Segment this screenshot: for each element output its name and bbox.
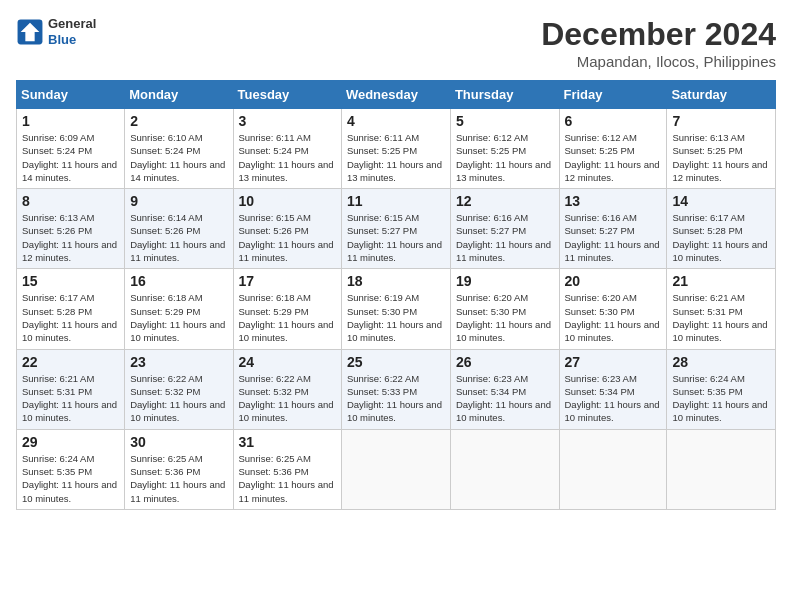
day-number: 4 bbox=[347, 113, 445, 129]
day-info: Sunrise: 6:14 AMSunset: 5:26 PMDaylight:… bbox=[130, 211, 227, 264]
calendar-cell: 19Sunrise: 6:20 AMSunset: 5:30 PMDayligh… bbox=[450, 269, 559, 349]
day-number: 3 bbox=[239, 113, 336, 129]
day-number: 30 bbox=[130, 434, 227, 450]
day-number: 6 bbox=[565, 113, 662, 129]
calendar-cell: 25Sunrise: 6:22 AMSunset: 5:33 PMDayligh… bbox=[341, 349, 450, 429]
calendar-cell: 7Sunrise: 6:13 AMSunset: 5:25 PMDaylight… bbox=[667, 109, 776, 189]
day-number: 21 bbox=[672, 273, 770, 289]
day-info: Sunrise: 6:15 AMSunset: 5:26 PMDaylight:… bbox=[239, 211, 336, 264]
calendar-cell: 20Sunrise: 6:20 AMSunset: 5:30 PMDayligh… bbox=[559, 269, 667, 349]
day-number: 24 bbox=[239, 354, 336, 370]
day-number: 28 bbox=[672, 354, 770, 370]
day-number: 31 bbox=[239, 434, 336, 450]
day-number: 27 bbox=[565, 354, 662, 370]
day-number: 12 bbox=[456, 193, 554, 209]
weekday-header-thursday: Thursday bbox=[450, 81, 559, 109]
day-number: 10 bbox=[239, 193, 336, 209]
calendar-cell: 11Sunrise: 6:15 AMSunset: 5:27 PMDayligh… bbox=[341, 189, 450, 269]
day-number: 29 bbox=[22, 434, 119, 450]
day-info: Sunrise: 6:25 AMSunset: 5:36 PMDaylight:… bbox=[130, 452, 227, 505]
day-number: 23 bbox=[130, 354, 227, 370]
day-info: Sunrise: 6:17 AMSunset: 5:28 PMDaylight:… bbox=[22, 291, 119, 344]
day-info: Sunrise: 6:20 AMSunset: 5:30 PMDaylight:… bbox=[456, 291, 554, 344]
calendar-cell: 1Sunrise: 6:09 AMSunset: 5:24 PMDaylight… bbox=[17, 109, 125, 189]
calendar-cell: 3Sunrise: 6:11 AMSunset: 5:24 PMDaylight… bbox=[233, 109, 341, 189]
day-number: 25 bbox=[347, 354, 445, 370]
day-info: Sunrise: 6:25 AMSunset: 5:36 PMDaylight:… bbox=[239, 452, 336, 505]
calendar-cell: 13Sunrise: 6:16 AMSunset: 5:27 PMDayligh… bbox=[559, 189, 667, 269]
day-number: 13 bbox=[565, 193, 662, 209]
day-info: Sunrise: 6:18 AMSunset: 5:29 PMDaylight:… bbox=[130, 291, 227, 344]
logo-line2: Blue bbox=[48, 32, 96, 48]
calendar-cell: 27Sunrise: 6:23 AMSunset: 5:34 PMDayligh… bbox=[559, 349, 667, 429]
calendar-cell: 21Sunrise: 6:21 AMSunset: 5:31 PMDayligh… bbox=[667, 269, 776, 349]
calendar-cell bbox=[450, 429, 559, 509]
day-number: 14 bbox=[672, 193, 770, 209]
day-info: Sunrise: 6:22 AMSunset: 5:33 PMDaylight:… bbox=[347, 372, 445, 425]
month-year-title: December 2024 bbox=[541, 16, 776, 53]
day-info: Sunrise: 6:11 AMSunset: 5:25 PMDaylight:… bbox=[347, 131, 445, 184]
calendar-cell: 28Sunrise: 6:24 AMSunset: 5:35 PMDayligh… bbox=[667, 349, 776, 429]
day-number: 22 bbox=[22, 354, 119, 370]
calendar-cell: 10Sunrise: 6:15 AMSunset: 5:26 PMDayligh… bbox=[233, 189, 341, 269]
weekday-header-friday: Friday bbox=[559, 81, 667, 109]
day-info: Sunrise: 6:22 AMSunset: 5:32 PMDaylight:… bbox=[239, 372, 336, 425]
calendar-cell: 31Sunrise: 6:25 AMSunset: 5:36 PMDayligh… bbox=[233, 429, 341, 509]
weekday-header-saturday: Saturday bbox=[667, 81, 776, 109]
page-header: General Blue December 2024 Mapandan, Ilo… bbox=[16, 16, 776, 70]
calendar-cell: 15Sunrise: 6:17 AMSunset: 5:28 PMDayligh… bbox=[17, 269, 125, 349]
calendar-cell: 26Sunrise: 6:23 AMSunset: 5:34 PMDayligh… bbox=[450, 349, 559, 429]
logo-icon bbox=[16, 18, 44, 46]
day-info: Sunrise: 6:09 AMSunset: 5:24 PMDaylight:… bbox=[22, 131, 119, 184]
location-title: Mapandan, Ilocos, Philippines bbox=[541, 53, 776, 70]
calendar-cell: 30Sunrise: 6:25 AMSunset: 5:36 PMDayligh… bbox=[125, 429, 233, 509]
calendar-cell: 17Sunrise: 6:18 AMSunset: 5:29 PMDayligh… bbox=[233, 269, 341, 349]
calendar-cell: 12Sunrise: 6:16 AMSunset: 5:27 PMDayligh… bbox=[450, 189, 559, 269]
weekday-header-tuesday: Tuesday bbox=[233, 81, 341, 109]
calendar-cell: 16Sunrise: 6:18 AMSunset: 5:29 PMDayligh… bbox=[125, 269, 233, 349]
day-info: Sunrise: 6:12 AMSunset: 5:25 PMDaylight:… bbox=[456, 131, 554, 184]
calendar-cell: 2Sunrise: 6:10 AMSunset: 5:24 PMDaylight… bbox=[125, 109, 233, 189]
title-section: December 2024 Mapandan, Ilocos, Philippi… bbox=[541, 16, 776, 70]
calendar-cell bbox=[559, 429, 667, 509]
weekday-header-sunday: Sunday bbox=[17, 81, 125, 109]
calendar-cell: 5Sunrise: 6:12 AMSunset: 5:25 PMDaylight… bbox=[450, 109, 559, 189]
calendar-cell bbox=[341, 429, 450, 509]
week-row-3: 15Sunrise: 6:17 AMSunset: 5:28 PMDayligh… bbox=[17, 269, 776, 349]
day-info: Sunrise: 6:23 AMSunset: 5:34 PMDaylight:… bbox=[456, 372, 554, 425]
logo: General Blue bbox=[16, 16, 96, 47]
day-info: Sunrise: 6:16 AMSunset: 5:27 PMDaylight:… bbox=[456, 211, 554, 264]
day-info: Sunrise: 6:23 AMSunset: 5:34 PMDaylight:… bbox=[565, 372, 662, 425]
calendar-cell: 29Sunrise: 6:24 AMSunset: 5:35 PMDayligh… bbox=[17, 429, 125, 509]
calendar-table: SundayMondayTuesdayWednesdayThursdayFrid… bbox=[16, 80, 776, 510]
week-row-4: 22Sunrise: 6:21 AMSunset: 5:31 PMDayligh… bbox=[17, 349, 776, 429]
calendar-cell: 22Sunrise: 6:21 AMSunset: 5:31 PMDayligh… bbox=[17, 349, 125, 429]
day-number: 17 bbox=[239, 273, 336, 289]
day-info: Sunrise: 6:12 AMSunset: 5:25 PMDaylight:… bbox=[565, 131, 662, 184]
day-info: Sunrise: 6:16 AMSunset: 5:27 PMDaylight:… bbox=[565, 211, 662, 264]
day-info: Sunrise: 6:15 AMSunset: 5:27 PMDaylight:… bbox=[347, 211, 445, 264]
calendar-cell: 4Sunrise: 6:11 AMSunset: 5:25 PMDaylight… bbox=[341, 109, 450, 189]
day-info: Sunrise: 6:10 AMSunset: 5:24 PMDaylight:… bbox=[130, 131, 227, 184]
day-number: 5 bbox=[456, 113, 554, 129]
day-info: Sunrise: 6:18 AMSunset: 5:29 PMDaylight:… bbox=[239, 291, 336, 344]
calendar-cell: 6Sunrise: 6:12 AMSunset: 5:25 PMDaylight… bbox=[559, 109, 667, 189]
day-number: 20 bbox=[565, 273, 662, 289]
day-number: 16 bbox=[130, 273, 227, 289]
day-number: 9 bbox=[130, 193, 227, 209]
calendar-cell: 14Sunrise: 6:17 AMSunset: 5:28 PMDayligh… bbox=[667, 189, 776, 269]
week-row-1: 1Sunrise: 6:09 AMSunset: 5:24 PMDaylight… bbox=[17, 109, 776, 189]
day-info: Sunrise: 6:20 AMSunset: 5:30 PMDaylight:… bbox=[565, 291, 662, 344]
day-number: 2 bbox=[130, 113, 227, 129]
day-info: Sunrise: 6:17 AMSunset: 5:28 PMDaylight:… bbox=[672, 211, 770, 264]
calendar-cell bbox=[667, 429, 776, 509]
day-info: Sunrise: 6:21 AMSunset: 5:31 PMDaylight:… bbox=[22, 372, 119, 425]
day-info: Sunrise: 6:22 AMSunset: 5:32 PMDaylight:… bbox=[130, 372, 227, 425]
logo-line1: General bbox=[48, 16, 96, 32]
day-number: 11 bbox=[347, 193, 445, 209]
day-info: Sunrise: 6:13 AMSunset: 5:25 PMDaylight:… bbox=[672, 131, 770, 184]
day-number: 15 bbox=[22, 273, 119, 289]
weekday-header-wednesday: Wednesday bbox=[341, 81, 450, 109]
day-info: Sunrise: 6:19 AMSunset: 5:30 PMDaylight:… bbox=[347, 291, 445, 344]
day-number: 1 bbox=[22, 113, 119, 129]
